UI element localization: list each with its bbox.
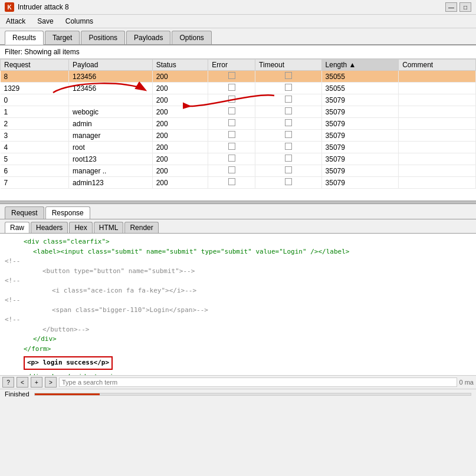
error-checkbox[interactable] bbox=[228, 119, 235, 126]
col-comment[interactable]: Comment bbox=[399, 60, 476, 71]
table-row[interactable]: 1webogic20035079 bbox=[1, 106, 476, 118]
timeout-checkbox[interactable] bbox=[285, 131, 292, 138]
col-timeout[interactable]: Timeout bbox=[255, 60, 321, 71]
error-checkbox[interactable] bbox=[228, 107, 235, 114]
forward-button[interactable]: > bbox=[45, 377, 57, 388]
menu-attack[interactable]: Attack bbox=[2, 16, 29, 27]
error-checkbox[interactable] bbox=[228, 178, 235, 185]
tab-options[interactable]: Options bbox=[172, 31, 211, 44]
menu-bar: Attack Save Columns bbox=[0, 15, 476, 28]
col-length[interactable]: Length ▲ bbox=[321, 60, 399, 71]
error-checkbox[interactable] bbox=[228, 143, 235, 150]
tab-response[interactable]: Response bbox=[45, 206, 90, 219]
inner-tab-hex[interactable]: Hex bbox=[69, 222, 92, 233]
search-input[interactable] bbox=[59, 377, 457, 387]
tab-request[interactable]: Request bbox=[5, 206, 44, 219]
timeout-checkbox[interactable] bbox=[285, 96, 292, 103]
status-text: Finished bbox=[5, 390, 29, 398]
match-count: 0 ma bbox=[459, 379, 474, 386]
results-table-container: Request Payload Status Error Timeout Len… bbox=[0, 59, 476, 201]
error-checkbox[interactable] bbox=[228, 131, 235, 138]
code-line: <button type="button" name="submit">--> bbox=[5, 267, 471, 277]
results-table: Request Payload Status Error Timeout Len… bbox=[0, 59, 476, 189]
table-row[interactable]: 812345620035055 bbox=[1, 71, 476, 83]
timeout-checkbox[interactable] bbox=[285, 72, 292, 79]
timeout-checkbox[interactable] bbox=[285, 155, 292, 162]
response-code-area[interactable]: <div class="clearfix"><label><input clas… bbox=[0, 234, 476, 375]
filter-text: Filter: Showing all items bbox=[5, 48, 80, 56]
menu-columns[interactable]: Columns bbox=[62, 16, 97, 27]
main-tab-bar: Results Target Positions Payloads Option… bbox=[0, 28, 476, 45]
inner-tab-raw[interactable]: Raw bbox=[5, 222, 29, 233]
code-line: </form> bbox=[5, 344, 471, 354]
table-row[interactable]: 4root20035079 bbox=[1, 142, 476, 153]
error-checkbox[interactable] bbox=[228, 72, 235, 79]
code-line: <label><input class="submit" name="submi… bbox=[5, 247, 471, 257]
inner-tab-headers[interactable]: Headers bbox=[31, 222, 68, 233]
code-line: <div class="clearfix"> bbox=[5, 237, 471, 247]
bottom-tab-bar: Request Response bbox=[0, 204, 476, 219]
window-controls: — □ bbox=[445, 2, 471, 12]
progress-bar-fill bbox=[35, 393, 100, 395]
code-line: <!-- bbox=[5, 257, 471, 267]
app-icon: K bbox=[5, 2, 14, 12]
minimize-button[interactable]: — bbox=[445, 2, 457, 12]
back-button[interactable]: < bbox=[17, 377, 28, 388]
tab-target[interactable]: Target bbox=[45, 31, 80, 44]
error-checkbox[interactable] bbox=[228, 96, 235, 103]
code-line: <p> login success</p> bbox=[5, 354, 471, 372]
code-line: <!-- bbox=[5, 296, 471, 306]
timeout-checkbox[interactable] bbox=[285, 84, 292, 91]
maximize-button[interactable]: □ bbox=[459, 2, 471, 12]
tab-positions[interactable]: Positions bbox=[81, 31, 125, 44]
table-row[interactable]: 020035079 bbox=[1, 94, 476, 106]
code-line: <i class="ace-icon fa fa-key"></i>--> bbox=[5, 286, 471, 296]
title-bar: K Intruder attack 8 — □ bbox=[0, 0, 476, 15]
tab-payloads[interactable]: Payloads bbox=[126, 31, 170, 44]
inner-tab-render[interactable]: Render bbox=[124, 222, 158, 233]
error-checkbox[interactable] bbox=[228, 155, 235, 162]
inner-tab-html[interactable]: HTML bbox=[94, 222, 124, 233]
col-request[interactable]: Request bbox=[1, 60, 69, 71]
window-title: Intruder attack 8 bbox=[18, 3, 69, 11]
col-error[interactable]: Error bbox=[208, 60, 255, 71]
timeout-checkbox[interactable] bbox=[285, 107, 292, 114]
inner-tab-bar: Raw Headers Hex HTML Render bbox=[0, 219, 476, 234]
login-success-box: <p> login success</p> bbox=[24, 356, 113, 370]
tab-results[interactable]: Results bbox=[5, 31, 44, 45]
table-row[interactable]: 2admin20035079 bbox=[1, 118, 476, 130]
help-button[interactable]: ? bbox=[2, 377, 14, 388]
code-line: <!-- bbox=[5, 315, 471, 325]
timeout-checkbox[interactable] bbox=[285, 119, 292, 126]
code-line: <span class="bigger-110">Login</span>--> bbox=[5, 306, 471, 316]
menu-save[interactable]: Save bbox=[34, 16, 57, 27]
error-checkbox[interactable] bbox=[228, 166, 235, 173]
code-line: <!-- bbox=[5, 276, 471, 286]
add-button[interactable]: + bbox=[31, 377, 42, 388]
table-row[interactable]: 5root12320035079 bbox=[1, 153, 476, 165]
timeout-checkbox[interactable] bbox=[285, 178, 292, 185]
table-row[interactable]: 7admin12320035079 bbox=[1, 177, 476, 189]
code-line: </button>--> bbox=[5, 325, 471, 335]
error-checkbox[interactable] bbox=[228, 84, 235, 91]
col-payload[interactable]: Payload bbox=[69, 60, 153, 71]
col-status[interactable]: Status bbox=[152, 60, 208, 71]
table-row[interactable]: 6manager ..20035079 bbox=[1, 165, 476, 177]
status-bar: ? < + > 0 ma bbox=[0, 375, 476, 389]
table-row[interactable]: 132912345620035055 bbox=[1, 83, 476, 94]
table-row[interactable]: 3manager20035079 bbox=[1, 130, 476, 142]
filter-bar: Filter: Showing all items bbox=[0, 45, 476, 59]
timeout-checkbox[interactable] bbox=[285, 143, 292, 150]
timeout-checkbox[interactable] bbox=[285, 166, 292, 173]
table-scroll-area[interactable]: Request Payload Status Error Timeout Len… bbox=[0, 59, 476, 201]
code-line: </div> bbox=[5, 334, 471, 344]
